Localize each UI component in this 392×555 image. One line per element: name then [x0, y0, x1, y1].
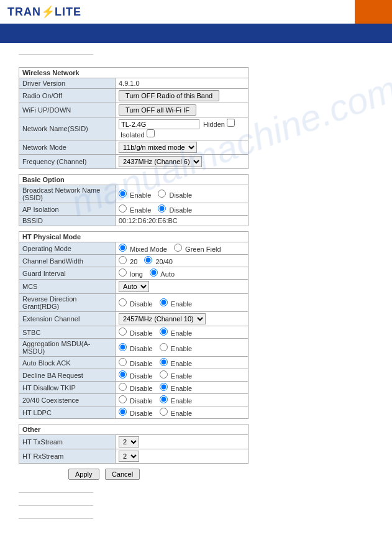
ht-physical-header: HT Physical Mode — [19, 232, 248, 242]
ap-isolation-label: AP Isolation — [19, 203, 116, 216]
bottom-lines — [19, 492, 373, 519]
table-row: Network Name(SSID) Hidden Isolated — [19, 117, 248, 140]
aba-enable-radio[interactable] — [160, 358, 168, 366]
table-row: BSSID 00:12:D6:20:E6:BC — [19, 216, 248, 226]
radio-onoff-label: Radio On/Off — [19, 89, 116, 103]
basic-option-header: Basic Option — [19, 175, 248, 185]
rdg-disable-radio[interactable] — [119, 298, 127, 306]
coex-disable-radio[interactable] — [119, 395, 127, 403]
table-row: Decline BA Request Disable Enable — [19, 369, 248, 382]
isolated-checkbox[interactable] — [147, 129, 155, 137]
dba-disable-radio[interactable] — [119, 370, 127, 378]
ext-channel-cell: 2457MHz (Channel 10) 2412MHz (Channel 1) — [116, 312, 248, 326]
breadcrumb-area — [19, 49, 373, 62]
amsdu-enable-label: Enable — [160, 345, 192, 352]
amsdu-disable-radio[interactable] — [119, 343, 127, 351]
guard-interval-cell: long Auto — [116, 267, 248, 280]
logo-text: TRAN — [7, 6, 41, 19]
rdg-disable-label: Disable — [119, 300, 155, 308]
tkip-disable-radio[interactable] — [119, 383, 127, 391]
mixed-mode-radio[interactable] — [119, 244, 127, 252]
tkip-disable-label: Disable — [119, 385, 155, 392]
ldpc-disable-radio[interactable] — [119, 408, 127, 416]
stbc-disable-radio[interactable] — [119, 328, 127, 336]
ht-ldpc-cell: Disable Enable — [116, 406, 248, 419]
decline-ba-label: Decline BA Request — [19, 369, 116, 382]
table-row: HT LDPC Disable Enable — [19, 406, 248, 419]
broadcast-disable-radio[interactable] — [158, 190, 166, 198]
table-row: Network Mode 11b/g/n mixed mode 11b only… — [19, 140, 248, 155]
operating-mode-label: Operating Mode — [19, 242, 116, 255]
header-orange-accent — [355, 0, 392, 24]
mcs-label: MCS — [19, 280, 116, 294]
tkip-enable-radio[interactable] — [160, 383, 168, 391]
rdg-enable-radio[interactable] — [160, 298, 168, 306]
table-row: WiFi UP/DOWN Turn OFF all Wi-Fi IF — [19, 103, 248, 117]
logo-bolt: ⚡ — [41, 5, 55, 19]
radio-onoff-button[interactable]: Turn OFF Radio of this Band — [119, 90, 219, 101]
frequency-select[interactable]: 2437MHz (Channel 6) 2412MHz (Channel 1) … — [119, 156, 202, 167]
decline-ba-cell: Disable Enable — [116, 369, 248, 382]
ht-rxstream-label: HT RxStream — [19, 449, 116, 464]
table-row: Reverse Direction Grant(RDG) Disable Ena… — [19, 294, 248, 312]
wireless-network-table: Wireless Network Driver Version 4.9.1.0 … — [19, 67, 248, 169]
ap-disable-label: Disable — [158, 206, 192, 214]
table-row: 20/40 Coexistence Disable Enable — [19, 394, 248, 406]
ldpc-enable-label: Enable — [160, 410, 192, 417]
wifi-updown-label: WiFi UP/DOWN — [19, 103, 116, 117]
stbc-enable-label: Enable — [160, 329, 192, 337]
table-row: MCS Auto 0 1 2 — [19, 280, 248, 294]
ht-rxstream-select[interactable]: 2 1 — [119, 451, 139, 462]
ssid-input[interactable] — [119, 119, 199, 129]
table-row: Auto Block ACK Disable Enable — [19, 357, 248, 369]
table-row: AP Isolation Enable Disable — [19, 203, 248, 216]
table-row: Extension Channel 2457MHz (Channel 10) 2… — [19, 312, 248, 326]
table-row: Guard Interval long Auto — [19, 267, 248, 280]
coexistence-cell: Disable Enable — [116, 394, 248, 406]
nav-bar — [0, 25, 392, 43]
rdg-enable-label: Enable — [160, 300, 192, 308]
bw-20-radio[interactable] — [119, 256, 127, 264]
ap-enable-radio[interactable] — [119, 204, 127, 213]
apply-button[interactable]: Apply — [68, 469, 99, 480]
aba-disable-radio[interactable] — [119, 358, 127, 366]
amsdu-cell: Disable Enable — [116, 339, 248, 357]
dba-enable-label: Enable — [160, 372, 192, 380]
table-row: HT Disallow TKIP Disable Enable — [19, 382, 248, 394]
table-row: STBC Disable Enable — [19, 326, 248, 339]
broadcast-enable-radio[interactable] — [119, 190, 127, 198]
auto-block-ack-label: Auto Block ACK — [19, 357, 116, 369]
driver-version-value: 4.9.1.0 — [116, 78, 248, 89]
logo-text2: LITE — [55, 6, 81, 19]
wifi-updown-button[interactable]: Turn OFF all Wi-Fi IF — [119, 104, 196, 116]
ap-enable-label: Enable — [119, 206, 153, 214]
logo: TRAN ⚡ LITE — [7, 5, 81, 19]
coex-disable-label: Disable — [119, 397, 155, 405]
hidden-checkbox[interactable] — [227, 119, 235, 127]
channel-bw-label: Channel BandWidth — [19, 255, 116, 267]
ap-isolation-cell: Enable Disable — [116, 203, 248, 216]
mixed-mode-label: Mixed Mode — [119, 245, 169, 253]
broadcast-enable-label: Enable — [119, 191, 153, 199]
ldpc-enable-radio[interactable] — [160, 408, 168, 416]
coex-enable-radio[interactable] — [160, 395, 168, 403]
green-field-radio[interactable] — [174, 244, 182, 252]
ldpc-disable-label: Disable — [119, 410, 155, 417]
gi-auto-radio[interactable] — [150, 268, 158, 277]
ht-txstream-select[interactable]: 2 1 — [119, 436, 139, 447]
bw-2040-radio[interactable] — [144, 256, 152, 264]
ap-disable-radio[interactable] — [158, 204, 166, 213]
ext-channel-select[interactable]: 2457MHz (Channel 10) 2412MHz (Channel 1) — [119, 313, 206, 324]
dba-enable-radio[interactable] — [160, 370, 168, 378]
cancel-button[interactable]: Cancel — [105, 469, 140, 480]
breadcrumb-line-top — [19, 54, 93, 55]
ht-physical-table: HT Physical Mode Operating Mode Mixed Mo… — [19, 231, 248, 419]
bssid-value: 00:12:D6:20:E6:BC — [116, 216, 248, 226]
network-mode-select[interactable]: 11b/g/n mixed mode 11b only 11g only 11n… — [119, 142, 197, 153]
amsdu-enable-radio[interactable] — [160, 343, 168, 351]
stbc-enable-radio[interactable] — [160, 328, 168, 336]
ext-channel-label: Extension Channel — [19, 312, 116, 326]
mcs-select[interactable]: Auto 0 1 2 — [119, 281, 149, 292]
tkip-enable-label: Enable — [160, 385, 192, 392]
gi-long-radio[interactable] — [119, 268, 127, 277]
